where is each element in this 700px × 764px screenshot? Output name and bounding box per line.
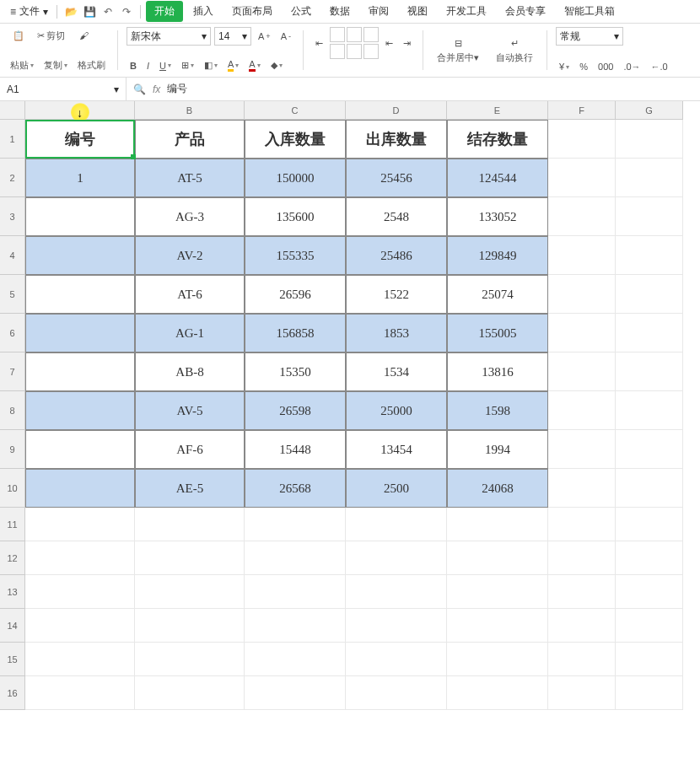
- save-icon[interactable]: 💾: [81, 3, 98, 20]
- table-cell[interactable]: 1522: [346, 275, 447, 314]
- table-cell[interactable]: [25, 275, 135, 314]
- comma-button[interactable]: 000: [595, 60, 617, 73]
- empty-cell[interactable]: [616, 609, 683, 643]
- row-header[interactable]: 7: [0, 352, 25, 391]
- table-cell[interactable]: [25, 352, 135, 391]
- empty-cell[interactable]: [25, 676, 135, 710]
- currency-button[interactable]: ¥▾: [556, 60, 573, 73]
- empty-cell[interactable]: [25, 609, 135, 643]
- empty-cell[interactable]: [616, 643, 683, 676]
- table-cell[interactable]: 26598: [245, 391, 346, 430]
- table-cell[interactable]: 1534: [346, 352, 447, 391]
- empty-cell[interactable]: [548, 430, 616, 469]
- highlight-button[interactable]: A▾: [224, 57, 242, 73]
- table-header-cell[interactable]: 入库数量: [245, 120, 346, 159]
- table-cell[interactable]: 13816: [447, 352, 548, 391]
- column-header-c[interactable]: C: [245, 101, 346, 120]
- empty-cell[interactable]: [25, 575, 135, 609]
- paste-label-button[interactable]: 粘贴 ▾: [7, 57, 37, 73]
- empty-cell[interactable]: [245, 609, 346, 643]
- empty-cell[interactable]: [616, 314, 683, 352]
- empty-cell[interactable]: [346, 508, 447, 541]
- align-center[interactable]: [347, 44, 362, 59]
- align-top-left[interactable]: [330, 27, 345, 42]
- table-cell[interactable]: 2500: [346, 469, 447, 508]
- fill-color-button[interactable]: ◧▾: [201, 58, 221, 73]
- table-cell[interactable]: 15350: [245, 352, 346, 391]
- table-cell[interactable]: 155005: [447, 314, 548, 352]
- search-icon[interactable]: 🔍: [133, 83, 146, 95]
- empty-cell[interactable]: [616, 469, 683, 508]
- table-cell[interactable]: 129849: [447, 236, 548, 275]
- table-cell[interactable]: 25074: [447, 275, 548, 314]
- column-header-e[interactable]: E: [447, 101, 548, 120]
- empty-cell[interactable]: [346, 676, 447, 710]
- empty-cell[interactable]: [616, 508, 683, 541]
- table-header-cell[interactable]: 产品: [135, 120, 245, 159]
- increase-indent-button[interactable]: ⇥: [400, 36, 414, 51]
- table-cell[interactable]: 1994: [447, 430, 548, 469]
- empty-cell[interactable]: [548, 197, 616, 236]
- tab-review[interactable]: 审阅: [360, 1, 397, 22]
- table-cell[interactable]: 25486: [346, 236, 447, 275]
- undo-icon[interactable]: ↶: [100, 3, 116, 20]
- selected-cell[interactable]: 编号: [25, 120, 135, 159]
- table-cell[interactable]: AV-5: [135, 391, 245, 430]
- empty-cell[interactable]: [616, 430, 683, 469]
- empty-cell[interactable]: [135, 609, 245, 643]
- empty-cell[interactable]: [135, 575, 245, 609]
- table-cell[interactable]: AB-8: [135, 352, 245, 391]
- row-header[interactable]: 11: [0, 508, 25, 541]
- file-menu[interactable]: ≡ 文件 ▾: [7, 3, 51, 20]
- empty-cell[interactable]: [548, 159, 616, 197]
- auto-wrap-button[interactable]: ↵ 自动换行: [491, 27, 538, 73]
- table-cell[interactable]: 1853: [346, 314, 447, 352]
- empty-cell[interactable]: [616, 676, 683, 710]
- percent-button[interactable]: %: [576, 60, 591, 73]
- empty-cell[interactable]: [548, 676, 616, 710]
- column-header-a[interactable]: A↓: [25, 101, 135, 120]
- align-left[interactable]: [330, 44, 345, 59]
- border-button[interactable]: ⊞▾: [178, 58, 197, 73]
- empty-cell[interactable]: [548, 391, 616, 430]
- empty-cell[interactable]: [548, 236, 616, 275]
- row-header[interactable]: 15: [0, 643, 25, 676]
- table-header-cell[interactable]: 结存数量: [447, 120, 548, 159]
- table-header-cell[interactable]: 出库数量: [346, 120, 447, 159]
- tab-view[interactable]: 视图: [399, 1, 436, 22]
- empty-cell[interactable]: [447, 541, 548, 575]
- table-cell[interactable]: 124544: [447, 159, 548, 197]
- decrease-font-button[interactable]: A-: [277, 30, 294, 43]
- empty-cell[interactable]: [135, 643, 245, 676]
- table-cell[interactable]: 24068: [447, 469, 548, 508]
- table-cell[interactable]: [25, 430, 135, 469]
- table-cell[interactable]: 133052: [447, 197, 548, 236]
- alignment-grid[interactable]: [330, 27, 379, 59]
- empty-cell[interactable]: [25, 643, 135, 676]
- table-cell[interactable]: 155335: [245, 236, 346, 275]
- table-cell[interactable]: 150000: [245, 159, 346, 197]
- table-cell[interactable]: AF-6: [135, 430, 245, 469]
- empty-cell[interactable]: [616, 236, 683, 275]
- table-cell[interactable]: 26568: [245, 469, 346, 508]
- formula-input[interactable]: 编号: [167, 82, 187, 96]
- empty-cell[interactable]: [616, 275, 683, 314]
- empty-cell[interactable]: [548, 609, 616, 643]
- empty-cell[interactable]: [616, 352, 683, 391]
- name-box[interactable]: A1 ▾: [0, 78, 127, 100]
- table-cell[interactable]: [25, 391, 135, 430]
- tab-member[interactable]: 会员专享: [497, 1, 554, 22]
- empty-cell[interactable]: [447, 508, 548, 541]
- table-cell[interactable]: 25456: [346, 159, 447, 197]
- empty-cell[interactable]: [245, 541, 346, 575]
- row-header[interactable]: 5: [0, 275, 25, 314]
- column-header-b[interactable]: B: [135, 101, 245, 120]
- tab-data[interactable]: 数据: [321, 1, 358, 22]
- row-header[interactable]: 16: [0, 676, 25, 710]
- decrease-decimal-button[interactable]: ←.0: [648, 60, 671, 73]
- empty-cell[interactable]: [548, 120, 616, 159]
- empty-cell[interactable]: [616, 541, 683, 575]
- row-header[interactable]: 3: [0, 197, 25, 236]
- column-header-g[interactable]: G: [616, 101, 683, 120]
- number-format-select[interactable]: 常规 ▾: [556, 27, 623, 46]
